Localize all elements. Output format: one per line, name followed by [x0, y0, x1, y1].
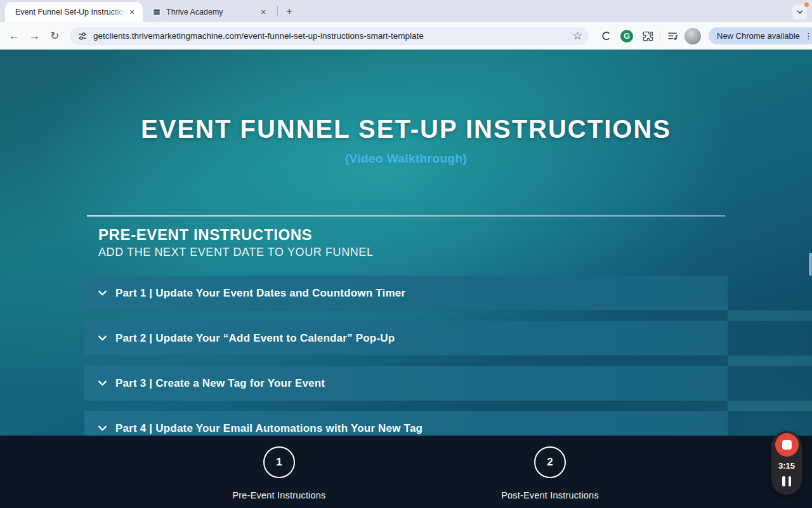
recording-timer: 3:15: [778, 461, 795, 471]
tab-separator: [277, 6, 278, 17]
tab-strip: Event Funnel Set-Up Instructions × Thriv…: [0, 0, 812, 22]
step-2-circle[interactable]: 2: [534, 446, 566, 478]
notification-dot: [804, 3, 809, 7]
kebab-menu-icon[interactable]: ⋮: [804, 31, 812, 41]
media-controls-icon[interactable]: [664, 28, 681, 44]
section-subheading: ADD THE NEXT EVENT DATE TO YOUR FUNNEL: [98, 246, 374, 259]
address-bar[interactable]: getclients.thrivemarketingmachine.com/ev…: [70, 27, 589, 45]
chevron-down-icon: [97, 288, 108, 298]
chevron-down-icon: [97, 423, 108, 434]
tab-title: Event Funnel Set-Up Instructions: [15, 8, 126, 17]
accordion-label: Part 2 | Update Your “Add Event to Calen…: [115, 332, 395, 345]
extensions-puzzle-icon[interactable]: [639, 28, 656, 44]
browser-window: Event Funnel Set-Up Instructions × Thriv…: [0, 0, 812, 508]
tab-event-funnel[interactable]: Event Funnel Set-Up Instructions ×: [5, 2, 143, 22]
step-footer: 1 Pre-Event Instructions 2 Post-Event In…: [0, 436, 812, 508]
accordion-label: Part 1 | Update Your Event Dates and Cou…: [115, 287, 405, 300]
c-extension-icon[interactable]: [598, 28, 614, 44]
stop-recording-button[interactable]: [775, 433, 799, 457]
profile-avatar[interactable]: [684, 28, 701, 44]
step-2-label: Post-Event Instructions: [480, 490, 620, 500]
back-icon[interactable]: ←: [5, 27, 23, 45]
reload-icon[interactable]: ↻: [46, 27, 63, 45]
video-walkthrough-link[interactable]: (Video Walkthrough): [0, 152, 812, 166]
bookmark-star-icon[interactable]: ☆: [573, 29, 582, 43]
accordion-label: Part 3 | Create a New Tag for Your Event: [115, 377, 325, 390]
tab-thrive-academy[interactable]: Thrive Academy ×: [146, 2, 274, 22]
thrive-favicon-icon: [152, 8, 161, 17]
tab-title: Thrive Academy: [166, 8, 258, 17]
chevron-down-icon: [97, 333, 108, 344]
chevron-down-icon: [97, 378, 108, 389]
toolbar-separator: [660, 30, 660, 41]
step-1-label: Pre-Event Instructions: [209, 490, 349, 500]
accordion-part-1[interactable]: Part 1 | Update Your Event Dates and Cou…: [84, 276, 728, 311]
page-title: EVENT FUNNEL SET-UP INSTRUCTIONS: [0, 115, 812, 144]
close-icon[interactable]: ×: [258, 6, 269, 18]
url-text[interactable]: getclients.thrivemarketingmachine.com/ev…: [93, 31, 573, 41]
new-tab-button[interactable]: +: [282, 4, 297, 19]
tab-search-chevron-icon[interactable]: [792, 4, 807, 19]
pause-recording-button[interactable]: [782, 476, 791, 486]
accordion-label: Part 4 | Update Your Email Automations w…: [115, 422, 422, 435]
cursor-sliver: [809, 253, 812, 276]
light-streak: [728, 356, 812, 366]
grammarly-icon[interactable]: G: [619, 28, 635, 44]
site-info-icon[interactable]: [77, 31, 88, 41]
update-pill-label: New Chrome available: [717, 31, 800, 41]
accordion-part-3[interactable]: Part 3 | Create a New Tag for Your Event: [84, 366, 728, 401]
step-1-circle[interactable]: 1: [263, 446, 295, 478]
section-heading: PRE-EVENT INSTRUCTIONS: [98, 226, 312, 244]
chrome-update-pill[interactable]: New Chrome available ⋮: [709, 27, 812, 44]
section-divider: [87, 215, 725, 217]
step-post-event: 2 Post-Event Instructions: [480, 436, 620, 500]
stop-icon: [782, 440, 792, 450]
page-viewport: EVENT FUNNEL SET-UP INSTRUCTIONS (Video …: [0, 50, 812, 508]
forward-icon[interactable]: →: [25, 27, 43, 45]
step-pre-event: 1 Pre-Event Instructions: [209, 436, 349, 500]
screen-recorder-widget: 3:15: [771, 431, 802, 495]
close-icon[interactable]: ×: [126, 6, 138, 18]
browser-toolbar: ← → ↻ getclients.thrivemarketingmachine.…: [0, 22, 812, 50]
light-streak: [728, 311, 812, 321]
accordion-part-2[interactable]: Part 2 | Update Your “Add Event to Calen…: [84, 321, 728, 356]
light-streak: [728, 401, 812, 411]
